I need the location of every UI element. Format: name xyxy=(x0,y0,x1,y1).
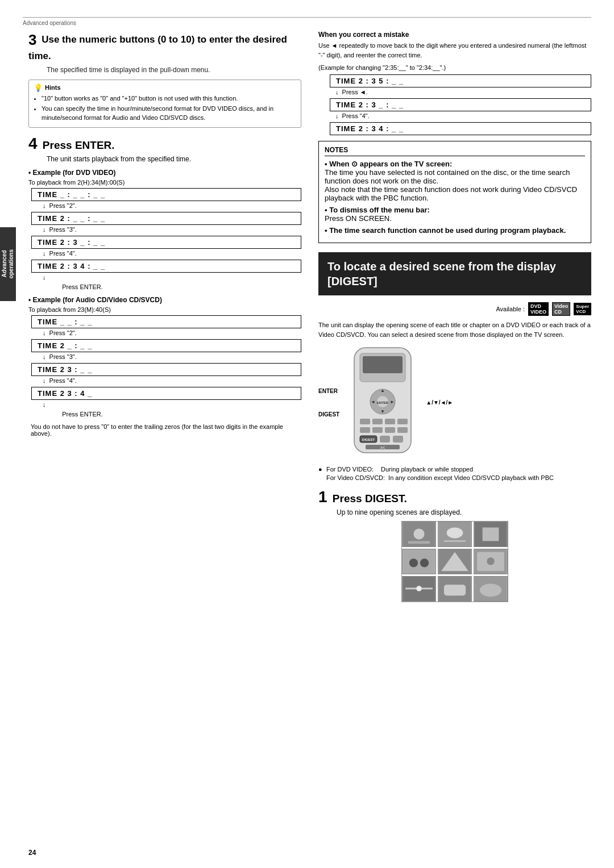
hints-item-1: "10" button works as "0" and "+10" butto… xyxy=(42,94,296,103)
vcd-value: In any condition except Video CD/SVCD pl… xyxy=(388,474,591,481)
right-press-1: ↓ Press ◄. xyxy=(335,89,591,95)
dvd-time-box-3: TIME 2 : 3 _ : _ _ xyxy=(31,236,301,249)
dvd-time-sequence: TIME _ : _ _ : _ _ ↓ Press "2". TIME 2 :… xyxy=(31,188,301,290)
enter-label: ENTER xyxy=(318,388,339,394)
dvd-info-row-2: For Video CD/SVCD: In any condition exce… xyxy=(318,474,591,481)
audio-time-row-1: TIME _ _ : _ _ ↓ Press "2". xyxy=(31,315,301,337)
thumb-5 xyxy=(438,549,472,574)
dvd-time-box-1: TIME _ : _ _ : _ _ xyxy=(31,188,301,201)
svg-point-42 xyxy=(416,586,422,591)
svg-text:▲: ▲ xyxy=(380,388,385,393)
right-time-row-2: TIME 2 : 3 _ : _ _ ↓ Press "4". xyxy=(330,98,591,120)
remote-svg: ▲ ▼ ◄ ► ENTER xyxy=(349,345,417,458)
svg-rect-13 xyxy=(397,419,408,424)
page-container: Advancedoperations Advanced operations 3… xyxy=(0,0,614,868)
svg-rect-32 xyxy=(403,549,435,574)
sidebar-tab: Advancedoperations xyxy=(0,227,16,301)
thumb-9 xyxy=(474,576,508,602)
audio-press-3: ↓ Press "4". xyxy=(43,377,301,384)
svg-rect-15 xyxy=(372,427,383,433)
svg-rect-21 xyxy=(393,436,403,443)
left-column: 3 Use the numeric buttons (0 to 10) to e… xyxy=(28,31,301,607)
right-press-2: ↓ Press "4". xyxy=(335,112,591,119)
audio-time-box-1: TIME _ _ : _ _ xyxy=(31,315,301,328)
svg-text:►: ► xyxy=(390,399,395,404)
dvd-time-box-2: TIME 2 : _ _ : _ _ xyxy=(31,212,301,225)
page-number: 24 xyxy=(28,849,36,857)
dvd-info-row-1: ● For DVD VIDEO: During playback or whil… xyxy=(318,466,591,473)
audio-time-box-2: TIME 2 _ : _ _ xyxy=(31,339,301,352)
dvd-time-row-4: TIME 2 : 3 4 : _ _ ↓ xyxy=(31,260,301,282)
example-dvd-label: To playback from 2(H):34(M):00(S) xyxy=(28,179,301,186)
dvd-press-enter: Press ENTER. xyxy=(31,283,134,290)
audio-press-4: ↓ xyxy=(43,401,301,408)
svg-point-28 xyxy=(447,528,463,539)
svg-rect-14 xyxy=(360,427,370,433)
audio-press-1: ↓ Press "2". xyxy=(43,329,301,336)
notes-item-3-bold: The time search function cannot be used … xyxy=(329,226,566,235)
right-time-box-3: TIME 2 : 3 4 : _ _ xyxy=(330,122,591,135)
step4-title: Press ENTER. xyxy=(43,139,115,151)
audio-time-row-2: TIME 2 _ : _ _ ↓ Press "3". xyxy=(31,339,301,361)
notes-item-1-bold: When ⊙ appears on the TV screen: xyxy=(329,160,452,168)
badge-dvd: DVDVIDEO xyxy=(528,302,549,316)
dvd-press-2: ↓ Press "3". xyxy=(43,226,301,233)
right-time-row-3: TIME 2 : 3 4 : _ _ xyxy=(330,122,591,136)
notes-item-2-text: Press ON SCREEN. xyxy=(325,214,392,223)
svg-rect-11 xyxy=(372,419,383,424)
step3-sub: The specified time is displayed in the p… xyxy=(47,66,301,74)
notes-item-2: To dismiss off the menu bar: Press ON SC… xyxy=(325,206,585,223)
svg-text:ENTER: ENTER xyxy=(377,401,389,404)
notes-item-3: The time search function cannot be used … xyxy=(325,226,585,235)
svg-rect-26 xyxy=(408,541,430,544)
svg-point-33 xyxy=(409,558,418,567)
audio-time-box-3: TIME 2 3 : _ _ xyxy=(31,363,301,376)
thumbnail-grid xyxy=(401,521,508,602)
right-time-box-2: TIME 2 : 3 _ : _ _ xyxy=(330,98,591,111)
svg-rect-17 xyxy=(397,427,408,433)
notes-title: NOTES xyxy=(325,146,585,156)
step1-heading: 1 Press DIGEST. xyxy=(318,488,591,506)
dvd-press-4: ↓ xyxy=(43,274,301,281)
vcd-bullet xyxy=(318,474,323,481)
svg-text:DIGEST: DIGEST xyxy=(362,438,375,441)
page-header: Advanced operations xyxy=(0,18,614,31)
svg-rect-44 xyxy=(444,585,466,595)
badge-super: SuperVCD xyxy=(574,303,591,315)
hints-box: 💡 Hints "10" button works as "0" and "+1… xyxy=(28,80,301,128)
example-changing-label: (Example for changing "2:35:__" to "2:34… xyxy=(318,64,591,71)
svg-rect-10 xyxy=(360,419,370,424)
badge-video: VideoCD xyxy=(552,302,570,316)
dvd-press-3: ↓ Press "4". xyxy=(43,250,301,257)
svg-point-46 xyxy=(480,583,501,596)
step3-number: 3 xyxy=(28,31,36,48)
when-correct-title: When you correct a mistake xyxy=(318,31,591,39)
notes-item-2-bold: To dismiss off the menu bar: xyxy=(329,206,430,214)
example-audio-title: Example (for Audio CD/Video CD/SVCD) xyxy=(28,296,301,304)
remote-container: ENTER DIGEST xyxy=(318,345,591,460)
step4-number: 4 xyxy=(28,135,38,152)
step1-title: Press DIGEST. xyxy=(333,493,407,504)
example-dvd-title: Example (for DVD VIDEO) xyxy=(28,169,301,177)
step1-sub: Up to nine opening scenes are displayed. xyxy=(337,508,591,516)
svg-text:▼: ▼ xyxy=(380,409,385,414)
example-audio-label: To playback from 23(M):40(S) xyxy=(28,306,301,313)
thumb-8 xyxy=(438,576,472,602)
when-correct-text: Use ◄ repeatedly to move back to the dig… xyxy=(318,41,591,60)
vcd-label: For Video CD/SVCD: xyxy=(326,474,385,481)
remote-right-labels: ▲/▼/◄/► xyxy=(426,399,453,406)
svg-rect-2 xyxy=(363,356,403,373)
big-section-heading: To locate a desired scene from the displ… xyxy=(327,259,582,289)
audio-time-row-3: TIME 2 3 : _ _ ↓ Press "4". xyxy=(31,363,301,385)
step1-number: 1 xyxy=(318,488,327,506)
big-section: To locate a desired scene from the displ… xyxy=(318,252,591,295)
example-dvd-section: Example (for DVD VIDEO) To playback from… xyxy=(28,169,301,290)
dvd-bullet: ● xyxy=(318,466,323,473)
sidebar-label: Advancedoperations xyxy=(1,249,15,278)
dvd-info: ● For DVD VIDEO: During playback or whil… xyxy=(318,466,591,481)
hints-icon: 💡 xyxy=(34,84,43,92)
dvd-value: During playback or while stopped xyxy=(381,466,591,473)
audio-time-row-4: TIME 2 3 : 4 _ ↓ xyxy=(31,387,301,409)
digest-label: DIGEST xyxy=(318,411,339,418)
example-audio-section: Example (for Audio CD/Video CD/SVCD) To … xyxy=(28,296,301,418)
